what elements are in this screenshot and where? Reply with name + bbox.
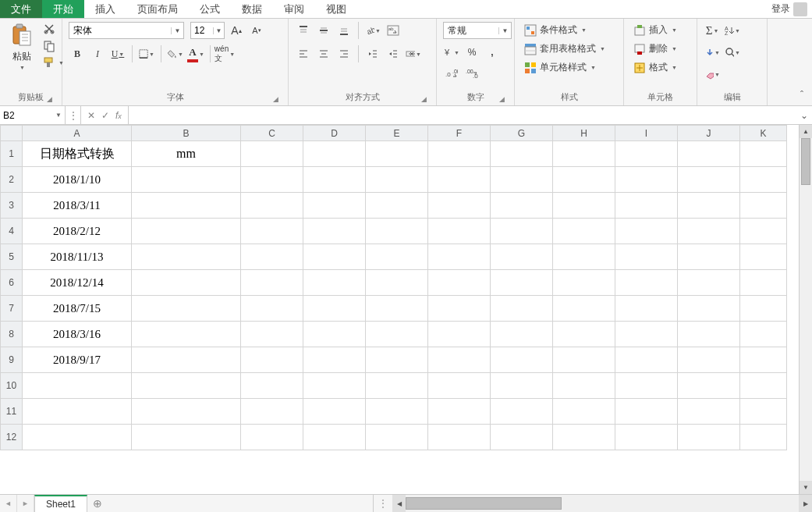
cell-G12[interactable] <box>491 425 553 450</box>
sort-filter-button[interactable]: AZ▼ <box>724 22 741 39</box>
cell-G7[interactable] <box>491 296 553 322</box>
cell-D2[interactable] <box>303 167 366 193</box>
col-header-A[interactable]: A <box>23 126 132 141</box>
cell-J4[interactable] <box>678 219 740 244</box>
cell-G1[interactable] <box>491 141 553 167</box>
spreadsheet-grid[interactable]: ABCDEFGHIJK1日期格式转换mm22018/1/1032018/3/11… <box>0 125 787 450</box>
col-header-E[interactable]: E <box>366 126 428 141</box>
cell-I2[interactable] <box>615 167 678 193</box>
cell-H12[interactable] <box>553 425 615 450</box>
cell-B10[interactable] <box>132 373 241 399</box>
scroll-track[interactable] <box>800 138 812 481</box>
cell-B8[interactable] <box>132 322 241 347</box>
cell-C2[interactable] <box>241 167 303 193</box>
cell-C8[interactable] <box>241 322 303 347</box>
cell-D12[interactable] <box>303 425 366 450</box>
cell-K7[interactable] <box>740 296 787 322</box>
cell-K12[interactable] <box>740 425 787 450</box>
cell-B9[interactable] <box>132 347 241 373</box>
formula-input[interactable] <box>133 110 792 121</box>
cut-button[interactable] <box>42 22 56 36</box>
cell-D5[interactable] <box>303 244 366 270</box>
col-header-B[interactable]: B <box>132 126 241 141</box>
cell-I6[interactable] <box>615 270 678 296</box>
align-bottom-button[interactable] <box>335 22 353 39</box>
increase-decimal-button[interactable]: .0.00 <box>443 66 460 83</box>
chevron-down-icon[interactable]: ▼ <box>171 27 183 34</box>
tab-layout[interactable]: 页面布局 <box>126 0 189 18</box>
decrease-indent-button[interactable] <box>364 45 381 62</box>
scroll-up-button[interactable]: ▲ <box>800 125 812 138</box>
cell-A3[interactable]: 2018/3/11 <box>23 193 132 219</box>
select-all-corner[interactable] <box>1 126 23 141</box>
cell-C6[interactable] <box>241 270 303 296</box>
cell-K3[interactable] <box>740 193 787 219</box>
cell-F12[interactable] <box>428 425 491 450</box>
tab-insert[interactable]: 插入 <box>84 0 126 18</box>
sheet-nav-prev[interactable]: ► <box>17 495 34 512</box>
find-select-button[interactable]: ▼ <box>724 44 741 61</box>
cell-B6[interactable] <box>132 270 241 296</box>
cell-G2[interactable] <box>491 167 553 193</box>
underline-button[interactable]: U▼ <box>109 45 126 62</box>
decrease-decimal-button[interactable]: .00.0 <box>463 66 480 83</box>
dialog-launcher-icon[interactable]: ◢ <box>271 94 280 104</box>
row-header-1[interactable]: 1 <box>1 141 23 167</box>
cell-E12[interactable] <box>366 425 428 450</box>
copy-button[interactable] <box>42 39 56 53</box>
cell-B1[interactable]: mm <box>132 141 241 167</box>
hscroll-thumb[interactable] <box>406 497 562 510</box>
name-box-input[interactable] <box>3 110 50 121</box>
cell-A10[interactable] <box>23 373 132 399</box>
cell-A9[interactable]: 2018/9/17 <box>23 347 132 373</box>
cell-I3[interactable] <box>615 193 678 219</box>
cell-I1[interactable] <box>615 141 678 167</box>
autosum-button[interactable]: Σ▼ <box>704 22 721 39</box>
cell-I5[interactable] <box>615 244 678 270</box>
cell-D1[interactable] <box>303 141 366 167</box>
cell-styles-button[interactable]: 单元格样式▼ <box>521 59 599 76</box>
cell-E2[interactable] <box>366 167 428 193</box>
cell-G10[interactable] <box>491 373 553 399</box>
cell-J3[interactable] <box>678 193 740 219</box>
cell-F2[interactable] <box>428 167 491 193</box>
align-center-button[interactable] <box>315 45 332 62</box>
cell-G4[interactable] <box>491 219 553 244</box>
insert-cells-button[interactable]: 插入▼ <box>630 22 680 38</box>
cell-A8[interactable]: 2018/3/16 <box>23 322 132 347</box>
hscroll-track[interactable] <box>406 495 799 512</box>
format-cells-button[interactable]: 格式▼ <box>630 59 680 76</box>
cell-C12[interactable] <box>241 425 303 450</box>
cell-E1[interactable] <box>366 141 428 167</box>
cell-E9[interactable] <box>366 347 428 373</box>
dialog-launcher-icon[interactable]: ◢ <box>44 94 54 104</box>
tab-file[interactable]: 文件 <box>0 0 42 18</box>
split-handle-icon[interactable]: ⋮ <box>374 498 392 509</box>
cell-C5[interactable] <box>241 244 303 270</box>
tab-review[interactable]: 审阅 <box>273 0 315 18</box>
cell-C10[interactable] <box>241 373 303 399</box>
cell-C11[interactable] <box>241 399 303 425</box>
cell-J10[interactable] <box>678 373 740 399</box>
cell-F6[interactable] <box>428 270 491 296</box>
align-left-button[interactable] <box>295 45 312 62</box>
chevron-down-icon[interactable]: ▼ <box>498 27 511 34</box>
sheet-nav-first[interactable]: ◄ <box>0 495 17 512</box>
cell-I11[interactable] <box>615 399 678 425</box>
percent-button[interactable]: % <box>463 44 480 61</box>
scroll-left-button[interactable]: ◀ <box>392 495 406 512</box>
cell-J2[interactable] <box>678 167 740 193</box>
align-middle-button[interactable] <box>315 22 332 39</box>
col-header-D[interactable]: D <box>303 126 366 141</box>
orientation-button[interactable]: ab▼ <box>364 22 381 39</box>
cell-A2[interactable]: 2018/1/10 <box>23 167 132 193</box>
tab-data[interactable]: 数据 <box>231 0 273 18</box>
font-name-combo[interactable]: ▼ <box>69 22 184 39</box>
cell-J9[interactable] <box>678 347 740 373</box>
cell-K11[interactable] <box>740 399 787 425</box>
chevron-down-icon[interactable]: ▼ <box>213 27 224 34</box>
cell-I7[interactable] <box>615 296 678 322</box>
cell-C4[interactable] <box>241 219 303 244</box>
fill-button[interactable]: ▼ <box>704 44 721 61</box>
cell-C9[interactable] <box>241 347 303 373</box>
